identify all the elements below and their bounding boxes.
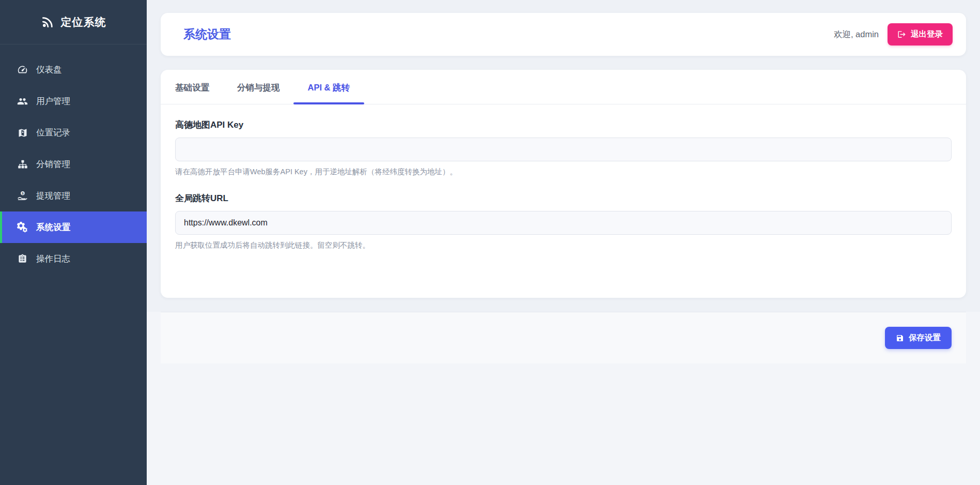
save-icon bbox=[896, 334, 904, 342]
tab-basic-settings[interactable]: 基础设置 bbox=[175, 70, 209, 104]
page-background bbox=[147, 363, 980, 485]
form-footer: 保存设置 bbox=[161, 312, 966, 363]
tabbar: 基础设置 分销与提现 API & 跳转 bbox=[161, 70, 966, 104]
brand: 定位系统 bbox=[0, 0, 147, 44]
app-window: 定位系统 仪表盘 用户管理 bbox=[0, 0, 980, 485]
tab-api-redirect[interactable]: API & 跳转 bbox=[308, 70, 350, 104]
sidebar-item-users[interactable]: 用户管理 bbox=[0, 85, 147, 117]
settings-form: 高德地图API Key 请在高德开放平台申请Web服务API Key，用于逆地址… bbox=[161, 104, 966, 250]
sidebar-item-settings[interactable]: 系统设置 bbox=[0, 211, 147, 243]
gears-icon bbox=[17, 222, 28, 233]
svg-text:$: $ bbox=[22, 191, 24, 195]
sitemap-icon bbox=[17, 159, 28, 170]
main-content: 系统设置 欢迎, admin 退出登录 基础设置 bbox=[147, 0, 980, 312]
amap-api-key-label: 高德地图API Key bbox=[175, 119, 952, 131]
settings-card: 基础设置 分销与提现 API & 跳转 高德地图API Key 请在高德开放平台… bbox=[161, 70, 966, 298]
sidebar: 定位系统 仪表盘 用户管理 bbox=[0, 0, 147, 485]
field-global-redirect-url: 全局跳转URL 用户获取位置成功后将自动跳转到此链接。留空则不跳转。 bbox=[175, 192, 952, 250]
map-marked-icon bbox=[17, 127, 28, 138]
header-bar: 系统设置 欢迎, admin 退出登录 bbox=[161, 13, 966, 56]
main-area: 系统设置 欢迎, admin 退出登录 基础设置 bbox=[147, 0, 980, 485]
welcome-text: 欢迎, admin bbox=[834, 29, 879, 40]
sidebar-item-label: 操作日志 bbox=[36, 253, 70, 265]
users-icon bbox=[17, 96, 28, 107]
satellite-dish-icon bbox=[41, 16, 54, 29]
sidebar-item-label: 分销管理 bbox=[36, 159, 70, 170]
sidebar-item-logs[interactable]: 操作日志 bbox=[0, 243, 147, 275]
logout-button-label: 退出登录 bbox=[911, 29, 943, 40]
amap-api-key-input[interactable] bbox=[175, 138, 952, 161]
header-right: 欢迎, admin 退出登录 bbox=[834, 23, 953, 46]
page-title: 系统设置 bbox=[183, 26, 231, 42]
sidebar-item-label: 提现管理 bbox=[36, 190, 70, 202]
field-amap-api-key: 高德地图API Key 请在高德开放平台申请Web服务API Key，用于逆地址… bbox=[175, 119, 952, 177]
save-settings-label: 保存设置 bbox=[909, 332, 941, 343]
save-settings-button[interactable]: 保存设置 bbox=[885, 327, 952, 349]
sidebar-item-label: 位置记录 bbox=[36, 127, 70, 139]
global-redirect-url-help: 用户获取位置成功后将自动跳转到此链接。留空则不跳转。 bbox=[175, 240, 952, 250]
sidebar-item-label: 系统设置 bbox=[36, 222, 70, 233]
global-redirect-url-input[interactable] bbox=[175, 211, 952, 235]
hand-holding-usd-icon: $ bbox=[17, 190, 28, 201]
sidebar-item-distribution[interactable]: 分销管理 bbox=[0, 148, 147, 180]
gauge-icon bbox=[17, 64, 28, 75]
sidebar-item-label: 用户管理 bbox=[36, 96, 70, 107]
sidebar-item-withdrawals[interactable]: $ 提现管理 bbox=[0, 180, 147, 211]
amap-api-key-help: 请在高德开放平台申请Web服务API Key，用于逆地址解析（将经纬度转换为地址… bbox=[175, 167, 952, 177]
sign-out-icon bbox=[897, 30, 906, 39]
sidebar-item-dashboard[interactable]: 仪表盘 bbox=[0, 54, 147, 85]
sidebar-menu: 仪表盘 用户管理 位置记录 bbox=[0, 44, 147, 275]
clipboard-list-icon bbox=[17, 253, 28, 264]
tab-distribution-withdrawal[interactable]: 分销与提现 bbox=[237, 70, 280, 104]
logout-button[interactable]: 退出登录 bbox=[888, 23, 953, 46]
sidebar-item-locations[interactable]: 位置记录 bbox=[0, 117, 147, 148]
brand-name: 定位系统 bbox=[61, 15, 106, 29]
global-redirect-url-label: 全局跳转URL bbox=[175, 192, 952, 204]
sidebar-item-label: 仪表盘 bbox=[36, 64, 62, 75]
